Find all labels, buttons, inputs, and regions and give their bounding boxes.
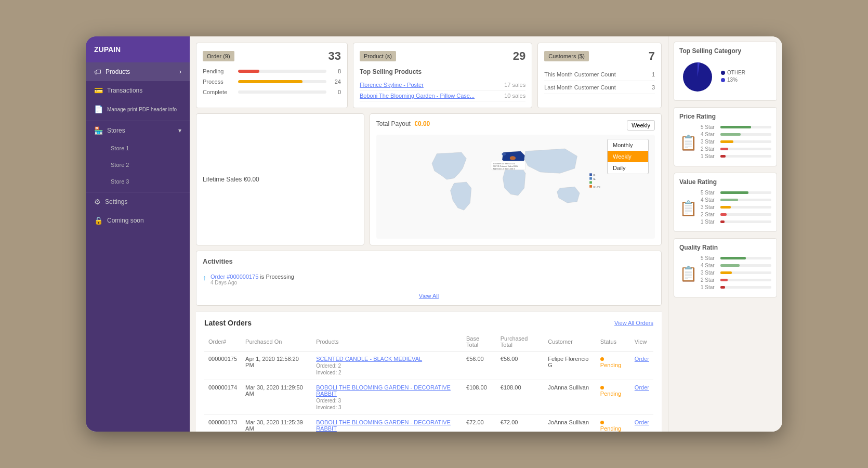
process-bar-bg [238, 80, 326, 83]
rating-bar-bg [720, 220, 771, 223]
rating-bar-bg [720, 126, 771, 128]
rating-bar-bg [720, 264, 771, 267]
pie-legend: OTHER 13% [721, 70, 745, 84]
col-products: Products [312, 332, 462, 352]
table-row: 000000173 Mar 30, 2020 11:25:39 AM BOBOL… [204, 415, 653, 432]
rating-bar-bg [720, 155, 771, 158]
rating-bar-bg [720, 213, 771, 216]
svg-point-1 [510, 156, 516, 160]
rating-bar-fill [720, 220, 725, 223]
sidebar-item-coming-soon[interactable]: 🔒 Coming soon [86, 211, 190, 230]
order-customer: Felipe Florencio G [544, 352, 596, 380]
rating-bar-row: 3 Star [701, 270, 771, 276]
top-selling-category-title: Top Selling Category [679, 47, 771, 55]
view-all-activities-link[interactable]: View All [203, 293, 655, 299]
rating-bar-row: 3 Star [701, 139, 771, 145]
pie-dot-other [721, 71, 725, 75]
quality-rating-card: Quality Ratin 📋 5 Star 4 Star 3 Star 2 S… [674, 238, 777, 297]
sidebar-item-settings[interactable]: ⚙ Settings [86, 192, 190, 211]
chevron-right-icon: › [179, 68, 181, 75]
rating-bar-bg [720, 271, 771, 274]
col-order: Order# [204, 332, 241, 352]
rating-bar-fill [720, 140, 733, 143]
sidebar-item-pdf[interactable]: 📄 Manage print PDF header info [86, 100, 190, 119]
col-customer: Customer [544, 332, 596, 352]
order-customer: JoAnna Sullivan [544, 415, 596, 432]
right-panel: Top Selling Category OTHER [668, 36, 782, 432]
payout-card: Total Payout €0.00 Weekly Monthly Weekly… [370, 113, 662, 245]
rating-bar-bg [720, 206, 771, 209]
rating-bar-bg [720, 257, 771, 259]
customer-last-month: Last Month Customer Count 3 [544, 81, 655, 94]
value-rating-card: Value Rating 📋 5 Star 4 Star 3 Star 2 St… [674, 173, 777, 232]
status-dot [600, 421, 604, 424]
svg-rect-9 [589, 177, 592, 180]
svg-text:CH-VD Orders:4 Sales:384.4: CH-VD Orders:4 Sales:384.4 [493, 165, 518, 167]
col-base-total: Base Total [462, 332, 496, 352]
pie-legend-13: 13% [721, 77, 745, 83]
quality-rating-content: 📋 5 Star 4 Star 3 Star 2 Star 1 Star [679, 255, 771, 292]
quality-rating-icon: 📋 [679, 265, 698, 282]
activity-item-1: ↑ Order #000000175 is Processing 4 Days … [203, 270, 655, 289]
rating-bar-fill [720, 264, 740, 267]
order-customer: JoAnna Sullivan [544, 380, 596, 415]
sidebar-settings-section: ⚙ Settings 🔒 Coming soon [86, 192, 190, 230]
status-label: Pending [600, 425, 621, 432]
products-card-count: 29 [513, 49, 525, 63]
customers-card-count: 7 [649, 49, 655, 63]
rating-bar-fill [720, 213, 727, 216]
product-row-2: Boboni The Blooming Garden - Pillow Case… [360, 90, 525, 101]
content-area: Order (9) 33 Pending 8 [190, 36, 668, 432]
sidebar-item-stores[interactable]: 🏪 Stores ▾ [86, 121, 190, 140]
col-purchased-on: Purchased On [241, 332, 312, 352]
rating-bar-fill [720, 133, 741, 136]
svg-text:NL: NL [593, 178, 596, 180]
order-date: Mar 30, 2020 11:25:39 AM [241, 415, 312, 432]
rating-bar-fill [720, 199, 738, 201]
rating-bar-fill [720, 155, 726, 158]
rating-bar-bg [720, 191, 771, 194]
top-selling-title: Top Selling Products [360, 68, 525, 75]
pdf-icon: 📄 [94, 105, 103, 113]
sidebar-store2[interactable]: Store 2 [102, 157, 190, 173]
orders-header: Latest Orders View All Orders [204, 319, 653, 327]
price-rating-content: 📋 5 Star 4 Star 3 Star 2 Star 1 Star [679, 124, 771, 161]
rating-bar-row: 4 Star [701, 197, 771, 203]
sidebar-stores-list: Store 1 Store 2 Store 3 [86, 140, 190, 190]
sidebar-item-products[interactable]: 🏷 Products › [86, 62, 190, 81]
complete-bar-bg [238, 90, 326, 94]
price-rating-title: Price Rating [679, 113, 771, 120]
payout-dropdown-button[interactable]: Weekly [627, 120, 655, 131]
rating-bar-row: 3 Star [701, 204, 771, 210]
main-content: Order (9) 33 Pending 8 [190, 36, 782, 432]
process-bar [238, 80, 303, 83]
products-card-title: Product (s) [360, 51, 396, 61]
order-product: BOBOLI THE BLOOMING GARDEN - DECORATIVE … [312, 380, 462, 415]
rating-bar-row: 4 Star [701, 263, 771, 268]
view-all-orders-link[interactable]: View All Orders [614, 320, 653, 326]
rating-bar-row: 5 Star [701, 255, 771, 261]
chevron-down-icon: ▾ [178, 127, 181, 134]
svg-text:IE: IE [593, 174, 595, 176]
dropdown-daily[interactable]: Daily [608, 162, 648, 174]
order-number: 000000174 [204, 380, 241, 415]
products-card: Product (s) 29 Top Selling Products Flor… [353, 43, 532, 108]
col-status: Status [596, 332, 630, 352]
rating-bar-row: 2 Star [701, 212, 771, 217]
status-dot [600, 386, 604, 389]
dropdown-weekly[interactable]: Weekly [608, 151, 648, 162]
rating-bar-row: 1 Star [701, 219, 771, 225]
svg-point-2 [502, 153, 506, 156]
product-link-2[interactable]: Boboni The Blooming Garden - Pillow Case… [360, 93, 475, 99]
dropdown-monthly[interactable]: Monthly [608, 139, 648, 151]
order-date: Apr 1, 2020 12:58:20 PM [241, 352, 312, 380]
product-link-1[interactable]: Florence Skyline - Poster [360, 82, 424, 88]
sidebar-store1[interactable]: Store 1 [102, 140, 190, 157]
sidebar-store3[interactable]: Store 3 [102, 173, 190, 190]
rating-bar-fill [720, 257, 746, 259]
payout-dropdown-menu: Monthly Weekly Daily [607, 139, 649, 174]
rating-bar-fill [720, 286, 725, 289]
order-base-total: €108.00 [462, 380, 496, 415]
sidebar-item-transactions[interactable]: 💳 Transactions [86, 81, 190, 100]
order-view: Order [630, 415, 653, 432]
